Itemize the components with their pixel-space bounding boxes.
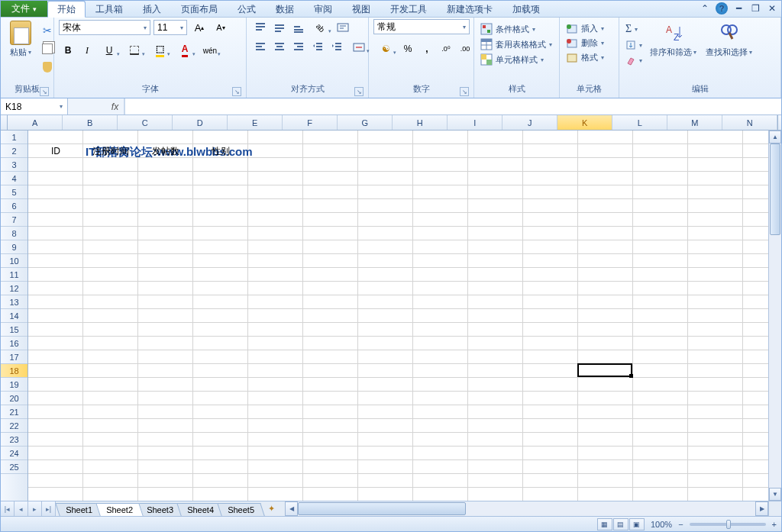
col-header-J[interactable]: J xyxy=(502,115,557,130)
row-header-13[interactable]: 13 xyxy=(1,295,27,309)
prev-sheet-button[interactable]: ◂ xyxy=(15,501,28,516)
italic-button[interactable]: I xyxy=(78,42,96,59)
row-header-21[interactable]: 21 xyxy=(1,405,27,419)
decrease-indent-button[interactable] xyxy=(309,39,327,56)
zoom-in-button[interactable]: + xyxy=(772,520,777,529)
menu-tab-10[interactable]: 加载项 xyxy=(502,1,550,17)
name-box[interactable]: K18▾ xyxy=(1,98,68,114)
zoom-slider[interactable] xyxy=(690,523,766,526)
clipboard-launcher[interactable]: ↘ xyxy=(40,87,49,96)
sheet-tab-Sheet2[interactable]: Sheet2 xyxy=(95,503,143,516)
menu-tab-6[interactable]: 审阅 xyxy=(304,1,342,17)
menu-tab-5[interactable]: 数据 xyxy=(266,1,304,17)
hscroll-thumb[interactable] xyxy=(298,502,466,515)
row-header-16[interactable]: 16 xyxy=(1,337,27,350)
formula-input[interactable] xyxy=(124,98,781,114)
zoom-level[interactable]: 100% xyxy=(651,520,672,529)
col-header-A[interactable]: A xyxy=(8,115,63,130)
find-select-button[interactable]: 查找和选择▾ xyxy=(703,19,755,60)
fill-button[interactable]: ▾ xyxy=(624,39,644,51)
align-center-button[interactable] xyxy=(270,39,289,56)
file-menu[interactable]: 文件 ▾ xyxy=(1,1,47,17)
sort-filter-button[interactable]: AZ 排序和筛选▾ xyxy=(647,19,700,60)
scroll-left-button[interactable]: ◀ xyxy=(285,501,298,516)
first-sheet-button[interactable]: |◂ xyxy=(1,501,15,516)
menu-tab-3[interactable]: 页面布局 xyxy=(171,1,228,17)
wrap-text-button[interactable] xyxy=(334,19,352,36)
col-header-H[interactable]: H xyxy=(393,115,448,130)
percent-button[interactable]: % xyxy=(399,40,417,57)
normal-view-button[interactable]: ▦ xyxy=(597,518,612,530)
menu-tab-7[interactable]: 视图 xyxy=(342,1,380,17)
row-header-20[interactable]: 20 xyxy=(1,392,27,405)
align-top-button[interactable] xyxy=(251,19,270,36)
row-header-9[interactable]: 9 xyxy=(1,240,27,254)
format-painter-button[interactable] xyxy=(39,59,56,76)
row-header-6[interactable]: 6 xyxy=(1,199,27,213)
currency-button[interactable]: ☯▾ xyxy=(373,40,398,57)
row-header-19[interactable]: 19 xyxy=(1,378,27,392)
align-left-button[interactable] xyxy=(251,39,270,56)
paste-button[interactable]: 粘贴▾ xyxy=(5,19,36,60)
sheet-tab-Sheet5[interactable]: Sheet5 xyxy=(217,503,264,516)
row-header-10[interactable]: 10 xyxy=(1,254,27,268)
increase-font-button[interactable]: A▴ xyxy=(190,19,208,36)
number-launcher[interactable]: ↘ xyxy=(460,87,469,96)
row-header-12[interactable]: 12 xyxy=(1,282,27,295)
align-launcher[interactable]: ↘ xyxy=(354,87,364,96)
comma-button[interactable]: , xyxy=(418,40,436,57)
col-header-K[interactable]: K xyxy=(557,115,612,130)
menu-tab-1[interactable]: 工具箱 xyxy=(86,1,133,17)
row-header-7[interactable]: 7 xyxy=(1,213,27,227)
delete-cells-button[interactable]: 删除▾ xyxy=(564,37,606,50)
row-header-1[interactable]: 1 xyxy=(1,131,27,144)
align-middle-button[interactable] xyxy=(270,19,289,36)
font-name-select[interactable]: 宋体▾ xyxy=(59,20,150,35)
col-header-M[interactable]: M xyxy=(667,115,722,130)
page-break-view-button[interactable]: ▣ xyxy=(629,518,645,530)
underline-button[interactable]: U▾ xyxy=(97,42,121,59)
col-header-E[interactable]: E xyxy=(228,115,283,130)
cell-styles-button[interactable]: 单元格样式▾ xyxy=(479,53,545,66)
col-header-F[interactable]: F xyxy=(283,115,338,130)
row-header-3[interactable]: 3 xyxy=(1,158,27,172)
phonetic-button[interactable]: wén▾ xyxy=(198,42,222,59)
window-minimize-icon[interactable]: ━ xyxy=(732,2,745,15)
horizontal-scrollbar[interactable]: ◀ ▶ xyxy=(285,501,768,516)
row-header-23[interactable]: 23 xyxy=(1,433,27,447)
scroll-down-button[interactable]: ▼ xyxy=(769,488,781,501)
menu-tab-9[interactable]: 新建选项卡 xyxy=(437,1,502,17)
increase-indent-button[interactable] xyxy=(328,39,346,56)
decrease-decimal-button[interactable]: .00 xyxy=(456,40,474,57)
row-header-5[interactable]: 5 xyxy=(1,185,27,199)
row-header-15[interactable]: 15 xyxy=(1,323,27,337)
insert-cells-button[interactable]: 插入▾ xyxy=(564,22,606,35)
font-launcher[interactable]: ↘ xyxy=(232,87,241,96)
font-color-button[interactable]: A▾ xyxy=(173,42,197,59)
help-icon[interactable]: ? xyxy=(716,2,728,15)
bold-button[interactable]: B xyxy=(59,42,77,59)
menu-tab-8[interactable]: 开发工具 xyxy=(380,1,437,17)
col-header-L[interactable]: L xyxy=(612,115,667,130)
merge-button[interactable]: ▾ xyxy=(347,39,371,56)
col-header-B[interactable]: B xyxy=(63,115,118,130)
last-sheet-button[interactable]: ▸| xyxy=(42,501,56,516)
window-restore-icon[interactable]: ❐ xyxy=(749,2,761,15)
sheet-tab-Sheet3[interactable]: Sheet3 xyxy=(136,503,183,516)
orientation-button[interactable]: ab▾ xyxy=(309,19,333,36)
align-bottom-button[interactable] xyxy=(289,19,308,36)
menu-tab-2[interactable]: 插入 xyxy=(133,1,171,17)
conditional-format-button[interactable]: 条件格式▾ xyxy=(479,22,537,36)
row-header-25[interactable]: 25 xyxy=(1,460,27,474)
number-format-select[interactable]: 常规▾ xyxy=(373,19,470,34)
col-header-N[interactable]: N xyxy=(722,115,777,130)
zoom-out-button[interactable]: − xyxy=(678,520,683,529)
font-size-select[interactable]: 11▾ xyxy=(153,20,187,35)
row-header-24[interactable]: 24 xyxy=(1,447,27,460)
row-header-8[interactable]: 8 xyxy=(1,227,27,240)
page-layout-view-button[interactable]: ▤ xyxy=(613,518,629,530)
col-header-D[interactable]: D xyxy=(173,115,228,130)
cut-button[interactable]: ✂ xyxy=(39,22,56,39)
copy-button[interactable] xyxy=(39,40,56,57)
row-header-2[interactable]: 2 xyxy=(1,144,27,158)
